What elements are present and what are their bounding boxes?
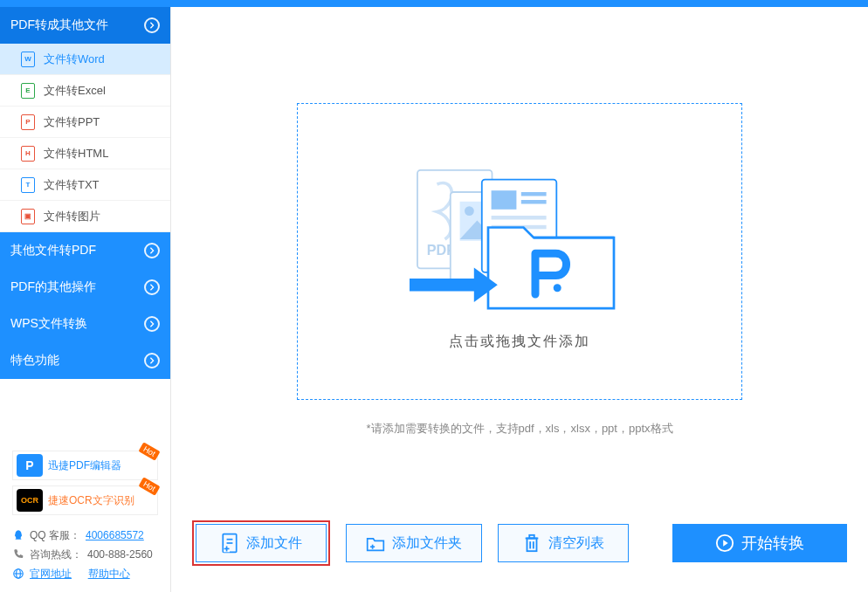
svg-rect-10: [521, 200, 547, 204]
add-file-button[interactable]: 添加文件: [196, 524, 327, 562]
svg-rect-22: [527, 539, 537, 552]
start-convert-button[interactable]: 开始转换: [672, 524, 847, 562]
ocr-logo-icon: OCR: [17, 489, 43, 512]
ppt-icon: P: [21, 114, 35, 130]
svg-rect-9: [521, 192, 547, 196]
nav-group-label: PDF的其他操作: [10, 279, 96, 295]
drop-zone[interactable]: PDF: [297, 103, 742, 400]
official-site-link[interactable]: 官网地址: [30, 567, 72, 582]
pdf-logo-icon: P: [17, 454, 43, 477]
qq-icon: [12, 529, 24, 541]
chevron-right-icon: [144, 353, 160, 368]
chevron-right-icon: [144, 316, 160, 332]
promo-section: P 迅捷PDF编辑器 Hot OCR 捷速OCR文字识别 Hot: [0, 444, 170, 522]
phone-icon: [12, 548, 24, 561]
svg-point-6: [465, 206, 474, 216]
svg-rect-24: [529, 535, 534, 539]
button-label: 添加文件夹: [392, 534, 462, 553]
chevron-right-icon: [144, 279, 160, 295]
button-label: 清空列表: [548, 534, 604, 553]
promo-ocr[interactable]: OCR 捷速OCR文字识别 Hot: [12, 485, 158, 515]
button-label: 添加文件: [246, 534, 302, 553]
folder-illustration-icon: PDF: [397, 153, 642, 310]
nav-group-other-to-pdf[interactable]: 其他文件转PDF: [0, 232, 170, 269]
hotline-value: 400-888-2560: [87, 548, 153, 561]
clear-list-button[interactable]: 清空列表: [498, 524, 629, 562]
svg-rect-11: [492, 216, 547, 220]
chevron-right-icon: [144, 17, 160, 33]
qq-label: QQ 客服：: [30, 528, 80, 543]
html-icon: H: [21, 146, 35, 162]
sidebar-item-label: 文件转TXT: [44, 177, 100, 193]
contact-section: QQ 客服： 4006685572 咨询热线： 400-888-2560 官网地…: [0, 522, 170, 592]
drop-zone-label: 点击或拖拽文件添加: [449, 333, 590, 351]
hotline-label: 咨询热线：: [30, 547, 82, 562]
promo-label: 迅捷PDF编辑器: [48, 458, 121, 473]
promo-label: 捷速OCR文字识别: [48, 493, 134, 508]
sidebar-item-label: 文件转HTML: [44, 146, 108, 162]
sidebar-item-to-txt[interactable]: T 文件转TXT: [0, 169, 170, 201]
folder-add-icon: [366, 533, 385, 554]
image-icon: ▣: [21, 209, 35, 224]
excel-icon: E: [21, 83, 35, 99]
add-folder-button[interactable]: 添加文件夹: [346, 524, 482, 562]
promo-pdf-editor[interactable]: P 迅捷PDF编辑器 Hot: [12, 451, 158, 480]
qq-link[interactable]: 4006685572: [86, 529, 144, 541]
word-icon: W: [21, 52, 35, 67]
file-add-icon: [220, 533, 239, 554]
sidebar-item-label: 文件转Word: [44, 52, 105, 67]
title-bar: [0, 0, 868, 7]
sidebar: PDF转成其他文件 W 文件转Word E 文件转Excel P 文件转PPT …: [0, 7, 171, 592]
nav-group-label: PDF转成其他文件: [10, 17, 108, 33]
sidebar-item-label: 文件转图片: [44, 209, 100, 224]
sidebar-item-to-ppt[interactable]: P 文件转PPT: [0, 107, 170, 138]
chevron-right-icon: [144, 243, 160, 258]
main-panel: PDF: [171, 7, 868, 592]
hot-badge: Hot: [138, 442, 160, 460]
svg-point-13: [554, 284, 561, 292]
help-center-link[interactable]: 帮助中心: [88, 567, 130, 582]
nav-group-label: WPS文件转换: [10, 316, 87, 332]
txt-icon: T: [21, 177, 35, 193]
sidebar-item-to-html[interactable]: H 文件转HTML: [0, 138, 170, 169]
trash-icon: [522, 533, 541, 554]
sidebar-item-to-image[interactable]: ▣ 文件转图片: [0, 201, 170, 232]
sidebar-item-label: 文件转Excel: [44, 83, 106, 99]
nav-group-label: 特色功能: [10, 353, 59, 368]
format-hint: *请添加需要转换的文件，支持pdf，xls，xlsx，ppt，pptx格式: [192, 421, 847, 437]
nav-group-wps-convert[interactable]: WPS文件转换: [0, 306, 170, 342]
sidebar-item-label: 文件转PPT: [44, 114, 100, 130]
button-label: 开始转换: [741, 533, 804, 554]
nav-group-pdf-to-other[interactable]: PDF转成其他文件: [0, 7, 170, 44]
play-icon: [715, 533, 734, 554]
action-bar: 添加文件 添加文件夹 清空列表: [192, 503, 847, 592]
nav-group-pdf-other-ops[interactable]: PDF的其他操作: [0, 269, 170, 306]
highlight-annotation: 添加文件: [192, 520, 330, 566]
nav-group-special-features[interactable]: 特色功能: [0, 342, 170, 379]
sidebar-item-to-excel[interactable]: E 文件转Excel: [0, 75, 170, 107]
sidebar-item-to-word[interactable]: W 文件转Word: [0, 44, 170, 75]
ie-icon: [12, 568, 24, 580]
svg-rect-8: [492, 190, 517, 210]
nav-group-label: 其他文件转PDF: [10, 243, 96, 258]
